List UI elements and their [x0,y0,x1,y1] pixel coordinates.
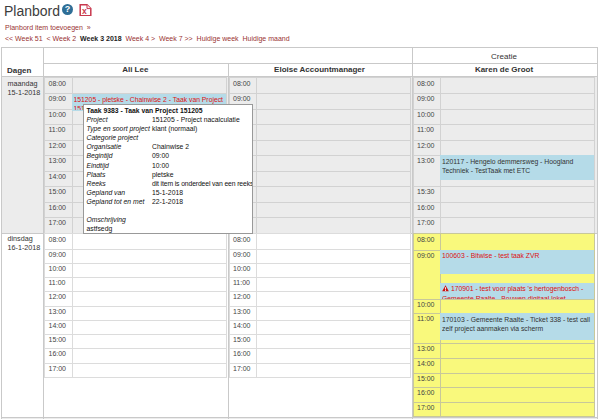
svg-text:x: x [82,5,87,15]
